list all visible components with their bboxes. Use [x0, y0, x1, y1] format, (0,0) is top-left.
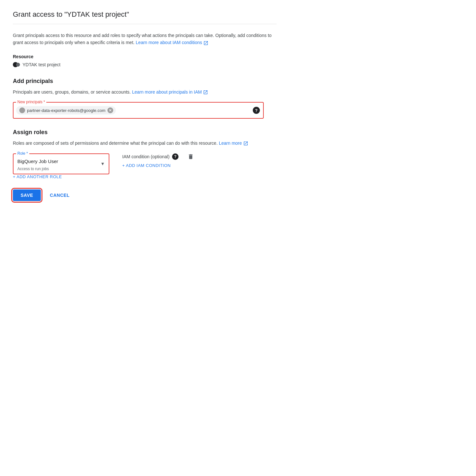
assign-roles-section: Assign roles Roles are composed of sets … [13, 129, 277, 179]
principals-section: Add principals Principals are users, gro… [13, 78, 277, 119]
resource-label: Resource [13, 54, 277, 59]
page-title: Grant access to "YDTAK test project" [13, 10, 277, 24]
actions-bar: SAVE CANCEL [13, 189, 277, 201]
external-link-icon-2 [204, 90, 207, 94]
role-field[interactable]: Role * BigQuery Job User ▼ Access to run… [13, 153, 109, 174]
cancel-button[interactable]: CANCEL [45, 189, 75, 201]
iam-condition-header: IAM condition (optional) ? [122, 153, 194, 160]
external-link-icon [204, 41, 208, 45]
principals-section-title: Add principals [13, 78, 277, 85]
add-another-role-button[interactable]: + ADD ANOTHER ROLE [13, 174, 62, 179]
principals-help-icon[interactable]: ? [253, 107, 260, 114]
role-field-label: Role * [16, 151, 29, 156]
new-principals-label: New principals * [16, 100, 46, 104]
roles-learn-more-link[interactable]: Learn more [219, 141, 247, 146]
roles-section-title: Assign roles [13, 129, 277, 136]
iam-condition-label: IAM condition (optional) [122, 154, 169, 159]
delete-role-icon[interactable] [188, 153, 194, 160]
principal-chip: partner-data-exporter-robots@google.com … [16, 106, 116, 114]
save-button[interactable]: SAVE [13, 189, 41, 201]
role-select[interactable]: BigQuery Job User [14, 154, 109, 167]
iam-condition-help-icon[interactable]: ? [172, 153, 178, 160]
external-link-icon-3 [244, 142, 248, 145]
principals-link[interactable]: Learn more about principals in IAM [132, 89, 207, 95]
principals-description: Principals are users, groups, domains, o… [13, 88, 277, 96]
role-hint: Access to run jobs [14, 167, 109, 174]
add-role-label: + ADD ANOTHER ROLE [13, 174, 62, 179]
roles-description: Roles are composed of sets of permission… [13, 140, 277, 147]
page-description: Grant principals access to this resource… [13, 32, 277, 46]
resource-item: YDTAK test project [13, 62, 277, 68]
iam-conditions-link[interactable]: Learn more about IAM conditions [136, 40, 208, 45]
add-condition-label: + ADD IAM CONDITION [122, 163, 171, 168]
chip-value: partner-data-exporter-robots@google.com [27, 108, 105, 113]
resource-name: YDTAK test project [23, 62, 60, 67]
role-field-wrapper: Role * BigQuery Job User ▼ Access to run… [13, 153, 109, 174]
project-icon [13, 62, 20, 68]
chip-avatar-icon [19, 107, 25, 113]
new-principals-input[interactable]: New principals * partner-data-exporter-r… [13, 102, 264, 119]
resource-icon [13, 62, 20, 68]
svg-point-1 [16, 63, 20, 67]
iam-condition-section: IAM condition (optional) ? + ADD IAM CON… [122, 153, 194, 168]
add-iam-condition-button[interactable]: + ADD IAM CONDITION [122, 163, 194, 168]
chip-close-button[interactable]: ✕ [107, 107, 113, 113]
resource-section: Resource YDTAK test project [13, 54, 277, 68]
role-iam-row: Role * BigQuery Job User ▼ Access to run… [13, 153, 277, 174]
